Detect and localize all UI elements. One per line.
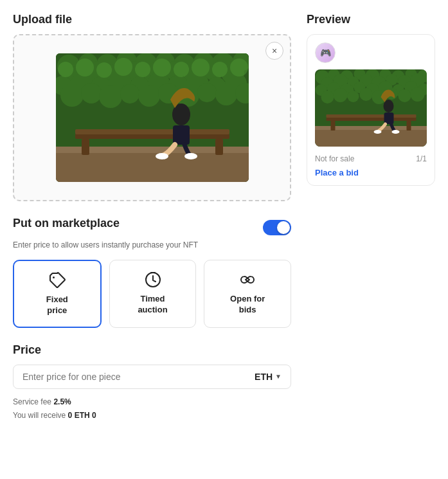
price-input-wrapper[interactable]: ETH ▼ (13, 365, 291, 389)
close-button[interactable]: × (265, 42, 283, 60)
svg-point-32 (99, 85, 122, 108)
receive-label: You will receive (13, 411, 68, 420)
marketplace-toggle[interactable] (263, 220, 291, 235)
svg-point-48 (212, 62, 228, 77)
currency-selector[interactable]: ETH ▼ (255, 372, 282, 382)
svg-point-90 (334, 88, 348, 102)
svg-point-31 (81, 83, 102, 104)
svg-point-92 (360, 88, 373, 101)
svg-point-45 (153, 59, 171, 77)
svg-point-42 (96, 62, 112, 78)
upload-title: Upload file (13, 13, 291, 26)
svg-rect-57 (173, 125, 190, 145)
timed-auction-option[interactable]: Timedauction (109, 260, 197, 328)
upload-area[interactable]: × (13, 34, 291, 201)
avatar: 🎮 (315, 42, 336, 63)
svg-point-49 (230, 59, 248, 77)
avatar-icon: 🎮 (320, 48, 331, 58)
price-title: Price (13, 343, 291, 357)
preview-status: Not for sale 1/1 (315, 154, 427, 163)
place-bid-link[interactable]: Place a bid (315, 168, 359, 177)
chevron-down-icon: ▼ (275, 373, 282, 380)
svg-rect-55 (215, 139, 223, 155)
preview-column: Preview 🎮 (307, 13, 435, 423)
currency-label: ETH (255, 372, 273, 382)
price-input[interactable] (22, 372, 255, 382)
svg-point-41 (76, 59, 94, 77)
pricing-options: Fixedprice Timedauction (13, 260, 291, 328)
clock-icon (144, 271, 162, 289)
svg-rect-54 (82, 139, 89, 155)
svg-point-30 (60, 84, 84, 107)
receive-amount: 0 (68, 411, 75, 420)
fee-info: Service fee 2.5% You will receive 0 ETH … (13, 395, 291, 423)
open-bids-option[interactable]: Open forbids (204, 260, 291, 328)
svg-rect-101 (331, 121, 336, 131)
preview-card: 🎮 (307, 34, 435, 186)
svg-point-44 (135, 62, 150, 77)
preview-nft-image (315, 69, 427, 147)
uploaded-image (56, 53, 249, 182)
svg-point-89 (321, 91, 334, 104)
svg-rect-100 (327, 114, 417, 118)
svg-point-60 (53, 276, 55, 278)
price-section: Price ETH ▼ Service fee 2.5% You will re… (13, 343, 291, 423)
svg-rect-102 (407, 121, 411, 131)
svg-point-46 (174, 62, 189, 77)
not-for-sale-label: Not for sale (315, 154, 354, 163)
svg-point-34 (138, 85, 160, 107)
svg-point-38 (215, 84, 237, 105)
svg-rect-104 (384, 113, 394, 124)
svg-point-95 (399, 89, 411, 102)
svg-rect-99 (327, 118, 417, 121)
tag-icon (48, 271, 66, 289)
service-fee-label: Service fee (13, 397, 51, 406)
open-bids-label: Open forbids (230, 294, 265, 316)
svg-point-91 (348, 91, 359, 102)
service-fee-value: 2.5% (53, 397, 71, 406)
edition-label: 1/1 (416, 154, 427, 163)
marketplace-subtitle: Enter price to allow users instantly pur… (13, 240, 291, 249)
svg-point-37 (197, 83, 217, 102)
fixed-price-option[interactable]: Fixedprice (13, 260, 102, 328)
svg-point-96 (411, 87, 425, 102)
svg-rect-53 (75, 129, 229, 134)
svg-point-58 (156, 153, 168, 159)
svg-point-106 (392, 130, 400, 134)
svg-point-33 (120, 84, 139, 104)
preview-title: Preview (307, 13, 435, 26)
svg-point-43 (114, 58, 132, 76)
svg-point-40 (58, 62, 73, 77)
svg-point-59 (184, 153, 197, 159)
infinity-icon (238, 271, 256, 289)
svg-point-105 (374, 130, 382, 134)
svg-rect-52 (75, 134, 229, 139)
marketplace-title: Put on marketplace (13, 217, 120, 230)
timed-auction-label: Timedauction (138, 294, 167, 316)
svg-point-47 (192, 59, 210, 77)
marketplace-section: Put on marketplace Enter price to allow … (13, 217, 291, 423)
fixed-price-label: Fixedprice (46, 294, 68, 316)
